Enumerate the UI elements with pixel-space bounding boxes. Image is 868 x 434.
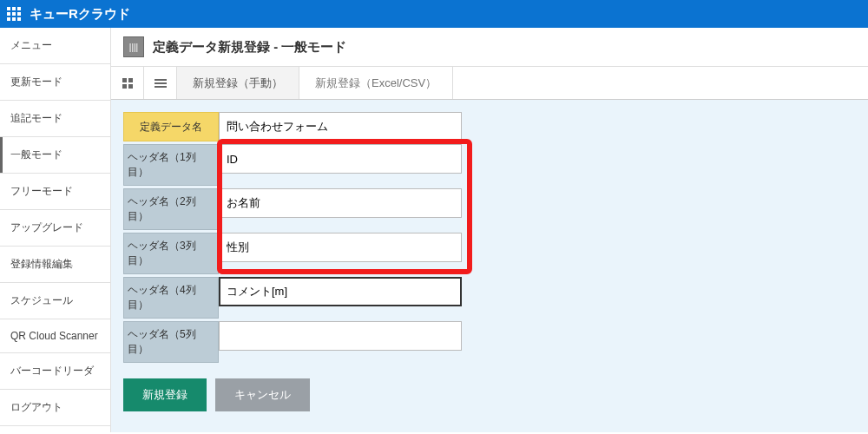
sidebar-item-free-mode[interactable]: フリーモード <box>0 174 110 210</box>
form-area: 定義データ名 ヘッダ名（1列目） ヘッダ名（2列目） ヘッダ名（3列目） ヘッダ <box>111 100 868 432</box>
app-title: キューRクラウド <box>30 6 130 23</box>
input-header-4[interactable] <box>219 277 462 306</box>
view-list-button[interactable] <box>144 67 177 99</box>
row-header-1: ヘッダ名（1列目） <box>123 144 488 186</box>
input-definition-name[interactable] <box>219 112 462 141</box>
row-header-5: ヘッダ名（5列目） <box>123 321 488 363</box>
barcode-icon: |||| <box>123 36 144 57</box>
sidebar-item-upgrade[interactable]: アップグレード <box>0 210 110 247</box>
main-area: |||| 定義データ新規登録 - 一般モード 新規登録（手動） 新規登録（Exc… <box>111 28 868 432</box>
sidebar-item-update-mode[interactable]: 更新モード <box>0 64 110 101</box>
input-header-2[interactable] <box>219 188 462 218</box>
label-header-5: ヘッダ名（5列目） <box>123 321 219 363</box>
sidebar-item-qr-scanner[interactable]: QR Cloud Scanner <box>0 319 110 353</box>
row-definition-name: 定義データ名 <box>123 112 868 141</box>
tab-manual-register[interactable]: 新規登録（手動） <box>177 67 299 99</box>
sidebar-item-append-mode[interactable]: 追記モード <box>0 101 110 137</box>
page-header: |||| 定義データ新規登録 - 一般モード <box>111 28 868 67</box>
label-header-3: ヘッダ名（3列目） <box>123 233 219 274</box>
label-header-2: ヘッダ名（2列目） <box>123 188 219 230</box>
apps-grid-icon[interactable] <box>7 7 21 21</box>
cancel-button[interactable]: キャンセル <box>215 378 310 411</box>
view-grid-button[interactable] <box>111 67 144 99</box>
sidebar-item-account-edit[interactable]: 登録情報編集 <box>0 247 110 283</box>
row-header-3: ヘッダ名（3列目） <box>123 233 488 274</box>
sidebar-item-general-mode[interactable]: 一般モード <box>0 137 110 174</box>
grid-icon <box>122 78 133 89</box>
label-definition-name: 定義データ名 <box>123 112 219 141</box>
page-title: 定義データ新規登録 - 一般モード <box>153 39 346 56</box>
tab-excel-csv-register[interactable]: 新規登録（Excel/CSV） <box>299 67 453 99</box>
input-header-1[interactable] <box>219 144 462 174</box>
sidebar: メニュー 更新モード 追記モード 一般モード フリーモード アップグレード 登録… <box>0 28 111 432</box>
sidebar-item-logout[interactable]: ログアウト <box>0 390 110 426</box>
tabbar: 新規登録（手動） 新規登録（Excel/CSV） <box>111 67 868 100</box>
label-header-4: ヘッダ名（4列目） <box>123 277 219 319</box>
list-icon <box>155 79 167 88</box>
sidebar-item-schedule[interactable]: スケジュール <box>0 283 110 319</box>
input-header-3[interactable] <box>219 233 462 262</box>
button-row: 新規登録 キャンセル <box>123 378 868 411</box>
input-header-5[interactable] <box>219 321 462 351</box>
sidebar-item-barcode-reader[interactable]: バーコードリーダ <box>0 353 110 390</box>
label-header-1: ヘッダ名（1列目） <box>123 144 219 186</box>
row-header-2: ヘッダ名（2列目） <box>123 188 488 230</box>
header-rows: ヘッダ名（1列目） ヘッダ名（2列目） ヘッダ名（3列目） ヘッダ名（4列目） … <box>123 144 488 363</box>
row-header-4: ヘッダ名（4列目） <box>123 277 488 319</box>
submit-button[interactable]: 新規登録 <box>123 378 207 411</box>
sidebar-item-menu[interactable]: メニュー <box>0 28 110 64</box>
topbar: キューRクラウド <box>0 0 868 28</box>
